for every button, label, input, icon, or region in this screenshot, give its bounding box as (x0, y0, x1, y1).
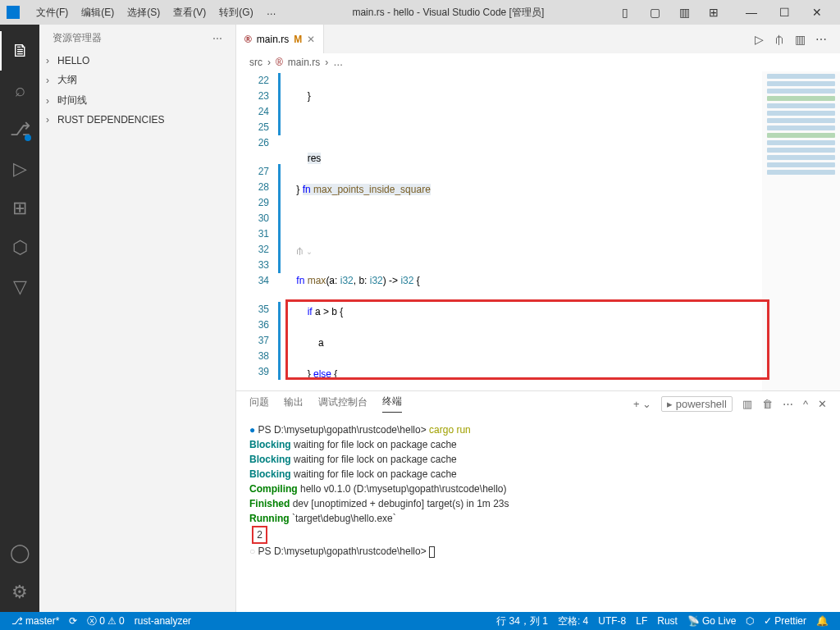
status-problems[interactable]: ⓧ 0 ⚠ 0 (82, 612, 129, 630)
layout-controls: ▯ ▢ ▥ ⊞ (614, 6, 725, 19)
status-cursor[interactable]: 行 34，列 1 (491, 612, 553, 630)
kill-terminal-icon[interactable]: 🗑 (762, 398, 773, 410)
layout-icon[interactable]: ▥ (673, 6, 696, 19)
toggle-sidebar-icon[interactable]: ▢ (643, 6, 666, 19)
customize-layout-icon[interactable]: ⊞ (702, 6, 725, 19)
sidebar-title: 资源管理器 (52, 31, 102, 45)
minimize-button[interactable]: — (735, 6, 768, 19)
close-panel-icon[interactable]: ✕ (818, 398, 827, 410)
sidebar: 资源管理器 ⋯ HELLO 大纲 时间线 RUST DEPENDENCIES (39, 25, 236, 612)
extensions-icon[interactable]: ⊞ (0, 189, 39, 228)
panel-tab-terminal[interactable]: 终端 (382, 395, 402, 413)
breadcrumb-src[interactable]: src (249, 57, 262, 68)
status-bar: ⎇ master* ⟳ ⓧ 0 ⚠ 0 rust-analyzer 行 34，列… (0, 612, 840, 630)
account-icon[interactable]: ◯ (0, 533, 39, 573)
status-analyzer[interactable]: rust-analyzer (130, 612, 196, 630)
status-encoding[interactable]: UTF-8 (593, 612, 631, 630)
breadcrumb-more[interactable]: … (333, 57, 343, 68)
status-prettier[interactable]: ✓ Prettier (759, 612, 811, 630)
status-spaces[interactable]: 空格: 4 (553, 612, 593, 630)
source-control-icon[interactable]: ⎇ (0, 110, 39, 149)
rust-file-icon: ® (276, 57, 283, 68)
menu-view[interactable]: 查看(V) (167, 2, 212, 23)
menubar: 文件(F) 编辑(E) 选择(S) 查看(V) 转到(G) … (30, 2, 283, 23)
status-golive[interactable]: 📡 Go Live (682, 612, 741, 630)
sidebar-item-timeline[interactable]: 时间线 (39, 90, 235, 111)
panel-tab-output[interactable]: 输出 (284, 395, 304, 413)
maximize-panel-icon[interactable]: ^ (803, 398, 808, 410)
status-rust-icon[interactable]: ⬡ (741, 612, 759, 630)
menu-more[interactable]: … (260, 2, 283, 23)
explorer-icon[interactable]: 🗎 (0, 31, 39, 71)
code-editor[interactable]: 22 23 24 25 26 27 28 29 30 31 32 33 34 3… (236, 71, 840, 390)
code-content[interactable]: } res } fn max_points_inside_square ⫛ ⌄ … (285, 71, 762, 390)
split-editor-icon[interactable]: ▥ (795, 33, 806, 46)
sidebar-more-icon[interactable]: ⋯ (212, 33, 222, 44)
split-terminal-icon[interactable]: ▥ (742, 398, 752, 410)
titlebar: 文件(F) 编辑(E) 选择(S) 查看(V) 转到(G) … main.rs … (0, 0, 840, 25)
bookmark-icon[interactable]: ▽ (0, 267, 39, 307)
run-debug-icon[interactable]: ▷ (0, 149, 39, 189)
output-highlight: 2 (252, 526, 267, 544)
status-bell-icon[interactable]: 🔔 (811, 612, 833, 630)
tab-close-icon[interactable]: ✕ (307, 34, 315, 45)
editor-area: ® main.rs M ✕ ▷ ⫛ ▥ ⋯ src › ® main.rs › … (236, 25, 840, 612)
menu-select[interactable]: 选择(S) (121, 2, 167, 23)
close-button[interactable]: ✕ (801, 6, 833, 19)
panel-tab-problems[interactable]: 问题 (249, 395, 269, 413)
editor-tabs: ® main.rs M ✕ ▷ ⫛ ▥ ⋯ (236, 25, 840, 53)
maximize-button[interactable]: ☐ (768, 6, 801, 19)
bottom-panel: 问题 输出 调试控制台 终端 + ⌄ ▸ powershell ▥ 🗑 ⋯ ^ … (236, 390, 840, 612)
sidebar-item-rustdeps[interactable]: RUST DEPENDENCIES (39, 111, 235, 129)
new-terminal-icon[interactable]: + ⌄ (633, 398, 651, 410)
run-file-icon[interactable]: ▷ (755, 33, 764, 46)
search-icon[interactable]: ⌕ (0, 71, 39, 110)
breadcrumb[interactable]: src › ® main.rs › … (236, 53, 840, 71)
breadcrumb-file[interactable]: main.rs (288, 57, 320, 68)
menu-edit[interactable]: 编辑(E) (75, 2, 121, 23)
rust-file-icon: ® (244, 34, 252, 45)
panel-more-icon[interactable]: ⋯ (783, 398, 793, 410)
status-branch[interactable]: ⎇ master* (7, 612, 64, 630)
terminal-shell-label[interactable]: ▸ powershell (661, 396, 733, 412)
sidebar-item-hello[interactable]: HELLO (39, 52, 235, 70)
tab-main-rs[interactable]: ® main.rs M ✕ (236, 25, 324, 53)
panel-tab-debugconsole[interactable]: 调试控制台 (318, 395, 368, 413)
rust-icon[interactable]: ⬡ (0, 228, 39, 267)
vscode-logo-icon (7, 6, 20, 19)
sidebar-item-outline[interactable]: 大纲 (39, 70, 235, 90)
menu-goto[interactable]: 转到(G) (212, 2, 259, 23)
menu-file[interactable]: 文件(F) (30, 2, 75, 23)
toggle-panel-icon[interactable]: ▯ (614, 6, 637, 19)
status-sync[interactable]: ⟳ (64, 612, 82, 630)
settings-icon[interactable]: ⚙ (0, 573, 39, 612)
status-eol[interactable]: LF (631, 612, 652, 630)
source-action-icon[interactable]: ⫛ (774, 33, 785, 46)
status-lang[interactable]: Rust (652, 612, 682, 630)
modified-indicator: M (294, 34, 302, 45)
minimap[interactable] (762, 71, 840, 390)
tab-label: main.rs (257, 34, 289, 45)
terminal[interactable]: ● PS D:\mysetup\gopath\rustcode\hello> c… (236, 416, 840, 612)
editor-more-icon[interactable]: ⋯ (815, 33, 827, 46)
line-gutter: 22 23 24 25 26 27 28 29 30 31 32 33 34 3… (236, 71, 285, 390)
window-title: main.rs - hello - Visual Studio Code [管理… (283, 6, 614, 20)
activity-bar: 🗎 ⌕ ⎇ ▷ ⊞ ⬡ ▽ ◯ ⚙ (0, 25, 39, 612)
